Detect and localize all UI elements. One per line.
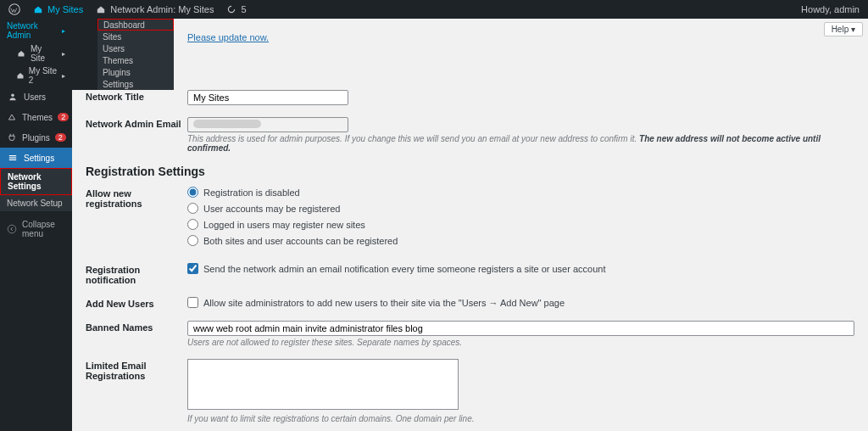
flyout-item-users[interactable]: Users [97, 42, 174, 54]
label-network-title: Network Title [86, 90, 187, 102]
reg-opt-2[interactable]: Logged in users may register new sites [187, 219, 854, 230]
my-sites-link[interactable]: My Sites [32, 3, 83, 15]
label-reg-notif: Registration notification [86, 263, 187, 285]
users-icon [7, 91, 19, 103]
help-tab[interactable]: Help ▾ [824, 22, 863, 36]
wp-logo[interactable] [8, 3, 20, 15]
flyout-item-settings[interactable]: Settings [97, 78, 174, 90]
updates-link[interactable]: 5 [225, 3, 246, 15]
site-item-0[interactable]: My Site▸ [0, 42, 72, 64]
howdy[interactable]: Howdy, admin [801, 4, 860, 14]
svg-point-1 [11, 93, 14, 97]
network-title-input[interactable] [187, 90, 348, 105]
badge: 2 [58, 113, 69, 121]
svg-rect-3 [9, 157, 16, 158]
admin-sidebar: Network Admin▸ My Site▸ My Site 2▸ Users… [0, 19, 72, 431]
chevron-right-icon: ▸ [62, 72, 65, 80]
submenu-network-setup[interactable]: Network Setup [0, 195, 72, 211]
chevron-right-icon: ▸ [62, 50, 65, 58]
flyout-item-themes[interactable]: Themes [97, 54, 174, 66]
home-icon [15, 48, 27, 59]
breadcrumb-label: Network Admin: My Sites [110, 4, 214, 14]
label-admin-email: Network Admin Email [86, 117, 187, 129]
label-limited-email: Limited Email Registrations [86, 359, 187, 381]
label-banned: Banned Names [86, 321, 187, 333]
wordpress-icon [8, 3, 20, 15]
label-add-users: Add New Users [86, 297, 187, 309]
svg-rect-4 [9, 160, 16, 160]
submenu-network-settings[interactable]: Network Settings [0, 168, 72, 195]
svg-point-5 [8, 225, 16, 233]
redacted-email [193, 120, 261, 128]
collapse-icon [7, 223, 17, 235]
page-title: N [86, 49, 854, 64]
add-users-check[interactable]: Allow site administrators to add new use… [187, 297, 854, 308]
page-subtitle: Op [86, 66, 854, 78]
label-allow-reg: Allow new registrations [86, 187, 187, 209]
breadcrumb[interactable]: Network Admin: My Sites [95, 3, 214, 15]
plugins-icon [7, 132, 17, 143]
banned-help: Users are not allowed to register these … [187, 338, 854, 347]
reg-notif-check[interactable]: Send the network admin an email notifica… [187, 263, 854, 274]
updates-count: 5 [241, 4, 246, 14]
sidebar-item-settings[interactable]: Settings [0, 148, 72, 168]
email-help: This address is used for admin purposes.… [187, 134, 854, 153]
limited-email-textarea[interactable] [187, 359, 459, 410]
home-icon [95, 3, 107, 15]
section-registration: Registration Settings [86, 165, 854, 178]
flyout-item-plugins[interactable]: Plugins [97, 66, 174, 78]
svg-rect-2 [9, 155, 16, 156]
badge: 2 [55, 133, 66, 142]
flyout-spacer [72, 19, 97, 90]
network-admin-flyout: Dashboard Sites Users Themes Plugins Set… [97, 19, 174, 90]
sidebar-item-users[interactable]: Users [0, 87, 72, 107]
sidebar-item-themes[interactable]: Themes2 [0, 107, 72, 127]
appearance-icon [7, 111, 17, 123]
home-icon [32, 3, 44, 15]
banned-names-input[interactable] [187, 321, 854, 336]
my-sites-label: My Sites [47, 4, 83, 14]
main-content: Please update now. N Op Network Title Ne… [72, 19, 868, 431]
network-admin-header[interactable]: Network Admin▸ [0, 19, 72, 42]
allow-reg-group: Registration is disabled User accounts m… [187, 187, 854, 251]
reg-opt-1[interactable]: User accounts may be registered [187, 203, 854, 214]
reg-opt-0[interactable]: Registration is disabled [187, 187, 854, 198]
svg-point-0 [9, 4, 20, 15]
chevron-right-icon: ▸ [62, 27, 65, 35]
flyout-item-dashboard[interactable]: Dashboard [97, 19, 174, 31]
site-item-1[interactable]: My Site 2▸ [0, 64, 72, 87]
admin-toolbar: My Sites Network Admin: My Sites 5 Howdy… [0, 0, 868, 19]
settings-icon [7, 152, 19, 164]
limited-help: If you want to limit site registrations … [187, 414, 854, 423]
refresh-icon [225, 3, 237, 15]
update-now-link[interactable]: Please update now. [187, 32, 269, 42]
reg-opt-3[interactable]: Both sites and user accounts can be regi… [187, 235, 854, 246]
flyout-item-sites[interactable]: Sites [97, 31, 174, 42]
home-icon [15, 70, 25, 81]
admin-email-input[interactable] [187, 117, 348, 132]
collapse-menu[interactable]: Collapse menu [0, 215, 72, 243]
sidebar-item-plugins[interactable]: Plugins2 [0, 127, 72, 148]
